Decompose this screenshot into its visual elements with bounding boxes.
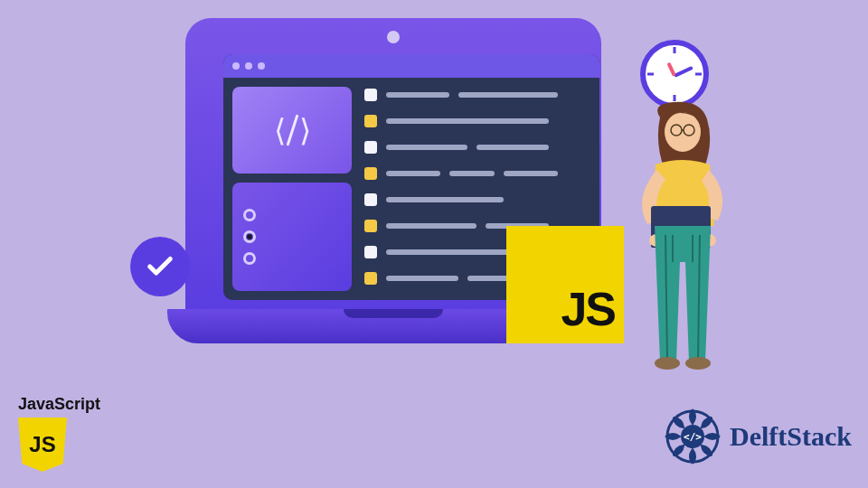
bullet-square [364,220,377,232]
javascript-label: JavaScript [18,395,100,414]
code-line [364,89,587,101]
radio-list-card [232,183,352,291]
bullet-square [364,89,377,101]
bullet-square [364,272,377,285]
svg-point-13 [685,357,711,370]
line-placeholder [386,223,476,229]
js-badge-text: JS [561,282,615,336]
traffic-light-dot [232,62,240,70]
line-placeholder [504,171,558,176]
window-titlebar [223,54,599,78]
bullet-square [364,193,377,206]
line-placeholder [386,118,549,124]
line-placeholder [386,92,449,98]
svg-text:</>: </> [684,431,702,443]
clock-icon [640,40,709,108]
js-badge: JS [506,226,624,343]
svg-point-0 [665,112,701,152]
line-placeholder [449,171,495,176]
traffic-light-dot [258,62,265,70]
code-line [364,115,587,127]
checkmark-badge [130,237,190,296]
code-card: ⟨ ⟩ [232,87,352,174]
code-line [364,167,587,180]
webcam-dot [387,31,400,43]
line-placeholder [476,145,549,150]
javascript-corner-logo: JavaScript JS [18,395,100,472]
line-placeholder [386,249,522,255]
radio-selected-icon [243,230,256,243]
js-shield-text: JS [29,432,55,457]
radio-row [243,230,265,243]
delftstack-brand: </> DelftStack [663,407,852,466]
check-icon [145,251,175,282]
radio-icon [243,209,256,221]
bullet-square [364,115,377,127]
person-illustration [624,99,741,371]
code-line [364,193,587,206]
line-placeholder [458,92,558,98]
traffic-light-dot [245,62,252,70]
radio-row [243,209,265,221]
laptop-trackpad-lip [344,309,443,318]
delftstack-name: DelftStack [730,421,852,452]
js-shield-icon: JS [18,418,67,472]
delftstack-logo-icon: </> [663,407,722,466]
left-panel: ⟨ ⟩ [223,78,359,300]
code-brackets-icon: ⟨ ⟩ [274,114,311,146]
bullet-square [364,141,377,154]
line-placeholder [386,145,467,150]
code-line [364,141,587,154]
radio-row [243,252,265,265]
line-placeholder [386,197,504,202]
line-placeholder [386,276,458,281]
bullet-square [364,167,377,180]
svg-point-12 [655,357,680,370]
radio-icon [243,252,256,265]
bullet-square [364,246,377,258]
line-placeholder [386,171,440,176]
